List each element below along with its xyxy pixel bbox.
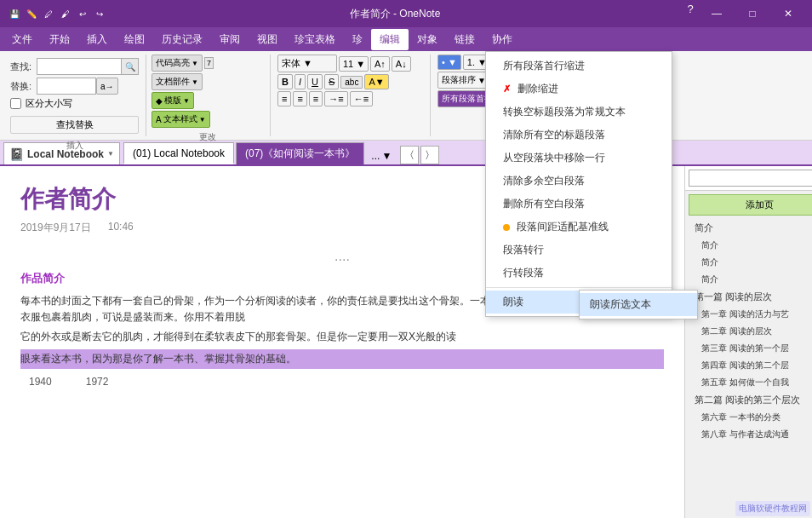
tab-more-btn[interactable]: ... ▼ xyxy=(366,147,397,164)
menu-file[interactable]: 文件 xyxy=(3,29,41,50)
underline-btn[interactable]: U xyxy=(307,74,323,89)
para-sort-btn[interactable]: 段落排序 ▼ xyxy=(437,72,490,89)
case-sensitive-checkbox[interactable] xyxy=(10,98,21,109)
chapter-1[interactable]: 第一章 阅读的活力与艺 xyxy=(685,306,812,323)
menu-jewel-table[interactable]: 珍宝表格 xyxy=(286,29,344,50)
strikethrough-btn[interactable]: S xyxy=(324,74,339,89)
menu-draw[interactable]: 绘图 xyxy=(116,29,153,50)
chapter-4[interactable]: 第四章 阅读的第二个层 xyxy=(685,357,812,374)
add-page-btn[interactable]: 添加页 xyxy=(689,194,812,216)
find-search-btn[interactable]: 🔍 xyxy=(122,58,139,75)
italic-btn[interactable]: I xyxy=(294,74,306,89)
page-item-intro-4[interactable]: 简介 xyxy=(685,271,812,288)
highlighter-icon[interactable]: 🖌 xyxy=(58,6,73,21)
tab-local-notebook[interactable]: (01) Local Notebook xyxy=(123,142,234,164)
replace-icon-btn[interactable]: a→ xyxy=(96,78,118,95)
find-replace-btn[interactable]: 查找替换 xyxy=(10,116,139,134)
page-item-intro-2[interactable]: 简介 xyxy=(685,237,812,254)
find-input[interactable] xyxy=(37,58,122,75)
tab-how-to-read[interactable]: (07)《如何阅读一本书》 xyxy=(236,142,364,164)
menu-insert[interactable]: 插入 xyxy=(78,29,116,50)
menu-divider xyxy=(486,287,672,288)
abc-btn[interactable]: abc xyxy=(340,76,363,89)
minimize-btn[interactable]: — xyxy=(700,1,734,26)
redo-icon[interactable]: ↪ xyxy=(92,6,107,21)
indent-btn[interactable]: →≡ xyxy=(324,91,347,106)
font-size-down[interactable]: A↓ xyxy=(392,56,411,72)
align-center-btn[interactable]: ≡ xyxy=(293,91,306,106)
year-1: 1940 xyxy=(29,376,52,388)
content-paragraph-2: 它的外衣或是断去它的肌肉，才能得到在柔软表皮下的那套骨架。但是你一定要用一双X光… xyxy=(20,329,664,345)
page-item-intro-3[interactable]: 简介 xyxy=(685,254,812,271)
template-label: 模版 xyxy=(164,95,181,106)
code-highlight-btn[interactable]: 代码高亮 ▼ xyxy=(152,55,203,72)
chapter-3[interactable]: 第三章 阅读的第一个层 xyxy=(685,340,812,357)
menu-item-spacing[interactable]: 段落间距适配基准线 xyxy=(486,216,672,239)
font-row: 宋体 ▼ 11 ▼ A↑ A↓ xyxy=(277,55,423,72)
bold-btn[interactable]: B xyxy=(277,74,293,89)
chapter-part1[interactable]: 第一篇 阅读的层次 xyxy=(685,288,812,306)
pencil-icon[interactable]: ✏️ xyxy=(24,6,39,21)
menu-item-line-to-para[interactable]: 行转段落 xyxy=(486,262,672,285)
chapter-8[interactable]: 第八章 与作者达成沟通 xyxy=(685,426,812,443)
tab-nav-left[interactable]: 〈 xyxy=(400,146,419,164)
menu-collab[interactable]: 协作 xyxy=(483,29,521,50)
page-item-intro-1[interactable]: 简介 xyxy=(685,219,812,237)
menu-item-remove-line[interactable]: 从空段落块中移除一行 xyxy=(486,147,672,170)
sidebar-search-input[interactable] xyxy=(689,170,812,187)
align-row: ≡ ≡ ≡ →≡ ←≡ xyxy=(277,91,423,106)
bullet-list-btn[interactable]: • ▼ xyxy=(437,55,461,70)
save-icon[interactable]: 💾 xyxy=(7,6,22,21)
undo-icon[interactable]: ↩ xyxy=(75,6,90,21)
menu-edit[interactable]: 编辑 xyxy=(371,29,409,50)
chapter-2[interactable]: 第二章 阅读的层次 xyxy=(685,323,812,340)
tab-more-arrow: ▼ xyxy=(381,150,392,162)
replace-input[interactable] xyxy=(37,78,96,95)
menu-item-clear-title[interactable]: 清除所有空的标题段落 xyxy=(486,124,672,147)
highlight-btn[interactable]: A▼ xyxy=(364,74,388,89)
font-size-btn[interactable]: 11 ▼ xyxy=(339,56,369,72)
doc-components-btn[interactable]: 文档部件 ▼ xyxy=(152,73,203,90)
menu-item-delete-blank[interactable]: 删除所有空白段落 xyxy=(486,193,672,216)
case-sensitive-label: 区分大小写 xyxy=(26,97,72,110)
template-row: ◆ 模版 ▼ xyxy=(152,92,263,109)
menu-item-delete-indent[interactable]: ✗ 删除缩进 xyxy=(486,78,672,101)
tab-nav-right[interactable]: 〉 xyxy=(420,146,439,164)
menu-item-clear-extra[interactable]: 清除多余空白段落 xyxy=(486,170,672,193)
menu-item-all-indent[interactable]: 所有段落首行缩进 xyxy=(486,55,672,78)
eraser-icon[interactable]: 🖊 xyxy=(41,6,56,21)
code-highlight-row: 代码高亮 ▼ 7 xyxy=(152,55,263,72)
menu-start[interactable]: 开始 xyxy=(41,29,78,50)
code-num-btn[interactable]: 7 xyxy=(204,57,214,69)
menu-history[interactable]: 历史记录 xyxy=(153,29,211,50)
menu-jewel[interactable]: 珍 xyxy=(344,29,371,50)
menu-item-convert-title[interactable]: 转换空标题段落为常规文本 xyxy=(486,101,672,124)
menu-object[interactable]: 对象 xyxy=(409,29,446,50)
menu-view[interactable]: 视图 xyxy=(249,29,286,50)
close-btn[interactable]: ✕ xyxy=(771,1,805,26)
chapter-5[interactable]: 第五章 如何做一个自我 xyxy=(685,374,812,391)
dropdown-sub-menu: 朗读所选文本 xyxy=(579,290,698,319)
replace-input-wrap: a→ xyxy=(37,78,118,95)
chapter-6[interactable]: 第六章 一本书的分类 xyxy=(685,409,812,426)
sub-menu-read-selected[interactable]: 朗读所选文本 xyxy=(580,293,697,316)
font-size-up[interactable]: A↑ xyxy=(370,56,390,72)
align-left-btn[interactable]: ≡ xyxy=(277,91,291,106)
font-dropdown-btn[interactable]: 宋体 ▼ xyxy=(277,55,337,72)
menu-item-wrap[interactable]: 段落转行 xyxy=(486,239,672,262)
text-style-btn[interactable]: A 文本样式 ▼ xyxy=(152,111,210,128)
doc-components-label: 文档部件 xyxy=(156,76,190,88)
chapter-part2[interactable]: 第二篇 阅读的第三个层次 xyxy=(685,391,812,409)
sidebar-content: 🔍 添加页 简介 简介 简介 简介 第一篇 阅读的层次 第一章 阅读的活力与艺 … xyxy=(685,166,812,518)
menu-review[interactable]: 审阅 xyxy=(211,29,249,50)
maximize-btn[interactable]: □ xyxy=(735,1,769,26)
align-right-btn[interactable]: ≡ xyxy=(309,91,323,106)
year-2: 1972 xyxy=(86,376,109,388)
outdent-btn[interactable]: ←≡ xyxy=(350,91,373,106)
help-btn[interactable]: ? xyxy=(683,1,698,16)
menu-link[interactable]: 链接 xyxy=(446,29,483,50)
right-sidebar: 🔍 添加页 简介 简介 简介 简介 第一篇 阅读的层次 第一章 阅读的活力与艺 … xyxy=(684,166,812,518)
template-btn[interactable]: ◆ 模版 ▼ xyxy=(152,92,194,109)
format-row: B I U S abc A▼ xyxy=(277,74,423,89)
doc-components-row: 文档部件 ▼ xyxy=(152,73,263,90)
